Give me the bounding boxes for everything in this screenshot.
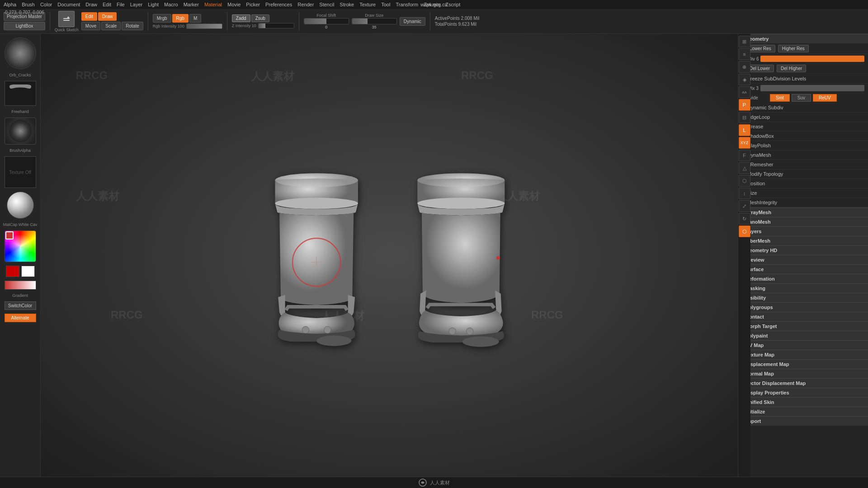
del-higher-button[interactable]: Del Higher — [777, 65, 806, 72]
menu-macro[interactable]: Macro — [164, 2, 178, 7]
sdiv-slider[interactable] — [760, 56, 864, 62]
color-swatch-red[interactable] — [6, 266, 19, 277]
deformation-header[interactable]: Deformation — [742, 274, 868, 283]
gradient-preview[interactable] — [5, 281, 36, 290]
alternate-button[interactable]: Alternate — [5, 314, 36, 322]
color-picker[interactable] — [5, 230, 36, 262]
spix-slider[interactable] — [760, 85, 864, 91]
mesh-integrity-item[interactable]: MeshIntegrity — [742, 198, 868, 207]
dyna-icon-button[interactable]: ⬡ — [739, 225, 750, 237]
color-swatch-white[interactable] — [21, 266, 35, 277]
z-intensity-slider[interactable] — [258, 23, 294, 28]
menu-texture[interactable]: Texture — [359, 2, 376, 7]
suv-button[interactable]: Suv — [792, 94, 811, 102]
menu-movie[interactable]: Movie — [227, 2, 241, 7]
clay-polish-item[interactable]: ClayPolish — [742, 141, 868, 150]
menu-color[interactable]: Color — [40, 2, 52, 7]
z-stroke-preview[interactable] — [5, 81, 36, 106]
edit-button[interactable]: Edit — [81, 12, 97, 21]
nano-mesh-header[interactable]: NanoMesh — [742, 217, 868, 226]
material-ball[interactable] — [7, 192, 34, 219]
vector-displacement-map-header[interactable]: Vector Displacement Map — [742, 378, 868, 388]
freeze-subdivision-item[interactable]: Freeze SubDivision Levels — [742, 74, 868, 84]
dynamic-button[interactable]: Dynamic — [400, 17, 425, 26]
morph-target-header[interactable]: Morph Target — [742, 321, 868, 331]
reuv-button[interactable]: ReUV — [813, 94, 837, 102]
tang-icon-button[interactable]: ⬡ — [739, 175, 750, 187]
menu-document[interactable]: Document — [57, 2, 80, 7]
geometry-hd-header[interactable]: Geometry HD — [742, 245, 868, 255]
scale-icon-button[interactable]: ⤢ — [739, 200, 750, 212]
brush-preview-main[interactable] — [5, 38, 36, 69]
zsub-button[interactable]: Zsub — [251, 14, 269, 22]
dyna-mesh-item[interactable]: DynaMesh — [742, 150, 868, 160]
position-item[interactable]: Position — [742, 179, 868, 188]
zadd-button[interactable]: Zadd — [232, 14, 250, 22]
m-button[interactable]: M — [189, 14, 201, 23]
menu-stencil[interactable]: Stencil — [319, 2, 334, 7]
persp-icon-button[interactable]: P — [739, 99, 750, 111]
grid-icon-button[interactable]: ⊞ — [739, 36, 750, 47]
rgb-button[interactable]: Rgb — [172, 14, 189, 23]
lightbox-button[interactable]: LightBox — [4, 22, 45, 30]
contact-header[interactable]: Contact — [742, 312, 868, 321]
false-icon-button[interactable]: F — [739, 150, 750, 161]
size-item[interactable]: Size — [742, 188, 868, 198]
actual-icon-button[interactable]: ◈ — [739, 74, 750, 85]
menu-draw[interactable]: Draw — [85, 2, 97, 7]
zoom-icon-button[interactable]: ⊕ — [739, 61, 750, 73]
mrgb-button[interactable]: Mrgb — [153, 14, 171, 23]
dynamic-subdiv-item[interactable]: Dynamic Subdiv — [742, 103, 868, 113]
unified-skin-header[interactable]: Unified Skin — [742, 397, 868, 407]
masking-header[interactable]: Masking — [742, 283, 868, 293]
aahalf-icon-button[interactable]: AA — [739, 86, 750, 98]
import-header[interactable]: Import — [742, 416, 868, 426]
preview-header[interactable]: Preview — [742, 255, 868, 264]
menu-stroke[interactable]: Stroke — [340, 2, 354, 7]
menu-transform[interactable]: Transform — [396, 2, 418, 7]
rgb-intensity-slider[interactable] — [186, 23, 222, 29]
menu-brush[interactable]: Brush — [22, 2, 35, 7]
menu-picker[interactable]: Picker — [246, 2, 260, 7]
rotate-button[interactable]: Rotate — [122, 22, 143, 30]
menu-light[interactable]: Light — [148, 2, 159, 7]
quick-sketch-button[interactable] — [58, 11, 75, 27]
roll-icon-button[interactable]: ↻ — [739, 213, 750, 225]
edge-loop-item[interactable]: EdgeLoop — [742, 113, 868, 122]
polygroups-header[interactable]: Polygroups — [742, 302, 868, 312]
menu-zscript[interactable]: Zscript — [445, 2, 460, 7]
menu-file[interactable]: File — [117, 2, 125, 7]
scale-button[interactable]: Scale — [101, 22, 121, 30]
higher-res-button[interactable]: Higher Res — [778, 45, 809, 52]
menu-render[interactable]: Render — [297, 2, 314, 7]
uv-map-header[interactable]: UV Map — [742, 340, 868, 350]
brush-alpha-preview[interactable] — [5, 117, 36, 145]
layers-header[interactable]: Layers — [742, 226, 868, 236]
fiber-mesh-header[interactable]: FiberMesh — [742, 236, 868, 245]
scroll-icon-button[interactable]: ≡ — [739, 48, 750, 60]
move-icon-button[interactable]: ↕ — [739, 188, 750, 199]
normal-map-header[interactable]: Normal Map — [742, 369, 868, 378]
menu-marker[interactable]: Marker — [184, 2, 199, 7]
local-icon-button[interactable]: L — [739, 124, 750, 136]
main-viewport[interactable]: RRCG 人人素材 RRCG 人人素材 RRCG 人人素材 RRCG 人人素材 … — [41, 34, 741, 477]
visibility-header[interactable]: Visibility — [742, 293, 868, 302]
geometry-section-header[interactable]: Geometry — [742, 34, 868, 43]
xyz-icon-button[interactable]: XYZ — [739, 137, 750, 149]
menu-edit[interactable]: Edit — [103, 2, 111, 7]
focal-shift-slider[interactable] — [304, 18, 349, 24]
surface-header[interactable]: Surface — [742, 264, 868, 274]
texture-map-header[interactable]: Texture Map — [742, 350, 868, 359]
shadow-box-item[interactable]: ShadowBox — [742, 131, 868, 141]
polyf-icon-button[interactable]: △ — [739, 162, 750, 174]
menu-alpha[interactable]: Alpha — [4, 2, 16, 7]
polypaint-header[interactable]: Polypaint — [742, 331, 868, 340]
display-properties-header[interactable]: Display Properties — [742, 388, 868, 397]
floor-icon-button[interactable]: ⊟ — [739, 112, 750, 123]
menu-material[interactable]: Material — [204, 2, 222, 7]
move-button[interactable]: Move — [81, 22, 100, 30]
z-remesher-item[interactable]: ZRemesher — [742, 160, 868, 169]
draw-button[interactable]: Draw — [98, 12, 117, 21]
switch-color-button[interactable]: SwitchColor — [5, 301, 36, 310]
menu-preferences[interactable]: Preferences — [265, 2, 292, 7]
